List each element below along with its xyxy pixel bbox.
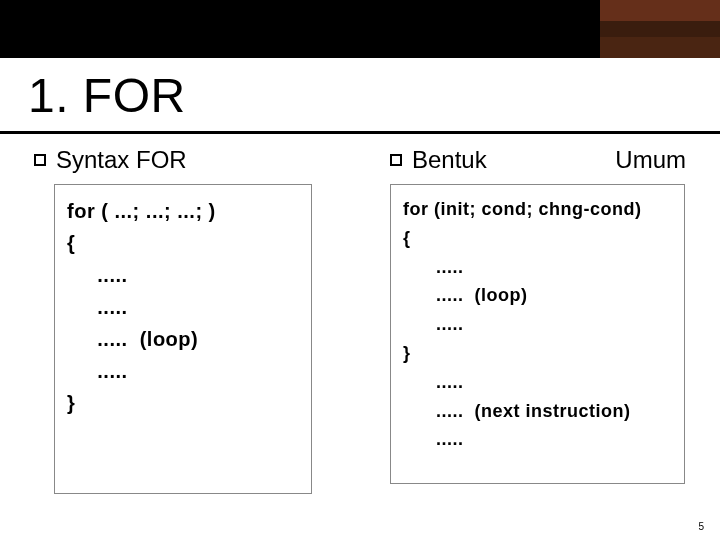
accent-stripe [600, 21, 720, 38]
right-heading-b: Umum [615, 146, 696, 174]
page-number: 5 [698, 521, 704, 532]
square-bullet-icon [34, 154, 46, 166]
slide-title: 1. FOR [28, 68, 692, 123]
title-block: 1. FOR [0, 58, 720, 134]
top-bar-accent [600, 0, 720, 58]
right-column: Bentuk Umum for (init; cond; chng-cond) … [380, 146, 696, 494]
left-column-header: Syntax FOR [24, 146, 340, 174]
syntax-code-box: for ( ...; ...; ...; ) { ..... ..... ...… [54, 184, 312, 494]
slide-top-bar [0, 0, 720, 58]
content-columns: Syntax FOR for ( ...; ...; ...; ) { ....… [0, 140, 720, 494]
square-bullet-icon [390, 154, 402, 166]
general-form-code-box: for (init; cond; chng-cond) { ..... ....… [390, 184, 685, 484]
accent-stripe [600, 37, 720, 58]
left-heading: Syntax FOR [56, 146, 187, 174]
accent-stripe [600, 0, 720, 21]
right-heading-a: Bentuk [412, 146, 487, 174]
right-column-header: Bentuk Umum [380, 146, 696, 174]
left-column: Syntax FOR for ( ...; ...; ...; ) { ....… [24, 146, 340, 494]
